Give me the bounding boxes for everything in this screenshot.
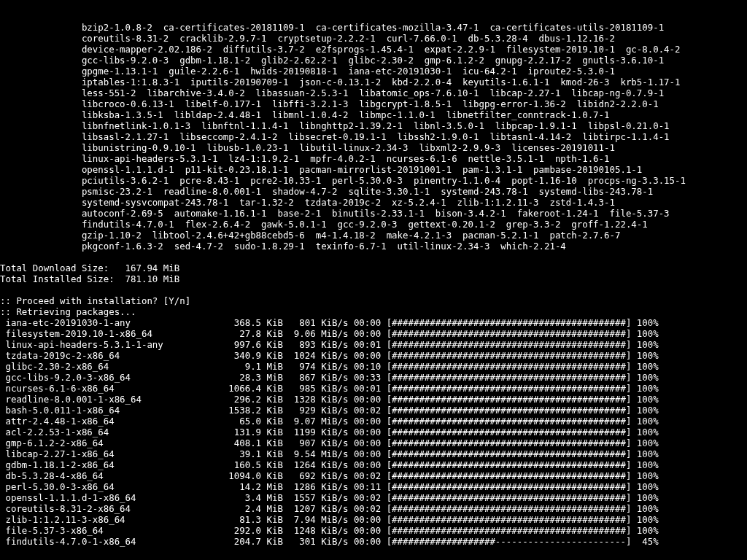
terminal-output: bzip2-1.0.8-2 ca-certificates-20181109-1… [0, 22, 747, 547]
